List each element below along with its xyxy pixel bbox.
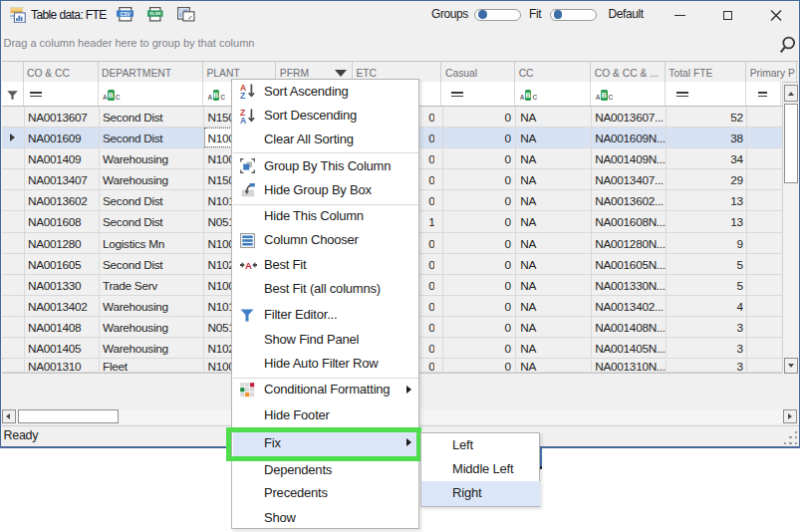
svg-text:A: A (240, 116, 246, 125)
svg-text:A: A (245, 260, 252, 271)
svg-text:CSV: CSV (120, 11, 131, 17)
svg-text:Z: Z (240, 92, 245, 101)
svg-text:XLSX: XLSX (149, 11, 161, 16)
